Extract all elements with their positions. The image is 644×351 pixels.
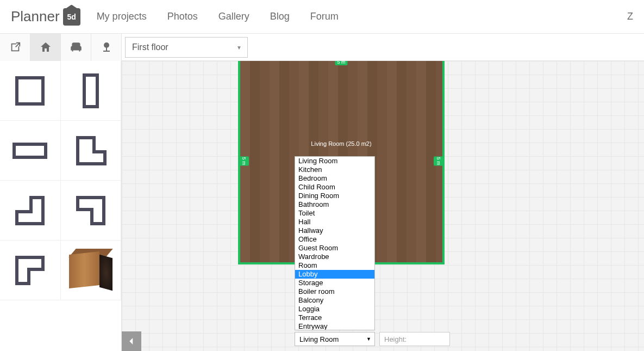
room-type-option[interactable]: Loggia xyxy=(295,305,374,313)
room-type-option[interactable]: Child Room xyxy=(295,183,374,192)
nav-photos[interactable]: Photos xyxy=(167,11,198,22)
room-type-option[interactable]: Guest Room xyxy=(295,244,374,253)
room-type-option[interactable]: Bathroom xyxy=(295,200,374,209)
room-type-option[interactable]: Dining Room xyxy=(295,192,374,200)
room-type-option[interactable]: Hallway xyxy=(295,226,374,235)
nav-blog[interactable]: Blog xyxy=(270,11,290,22)
svg-rect-2 xyxy=(103,51,110,52)
room-property-bar: Living Room Height: xyxy=(295,332,450,346)
tool-row: First floor xyxy=(0,34,644,61)
room-type-option[interactable]: Toilet xyxy=(295,209,374,218)
furniture-tool-button[interactable] xyxy=(61,34,91,61)
shape-wide-rect[interactable] xyxy=(0,121,61,181)
room-type-option[interactable]: Lobby xyxy=(295,270,374,279)
room-type-option[interactable]: Kitchen xyxy=(295,165,374,174)
plan-canvas[interactable]: 5 m 5 m 5 m Living Room (25.0 m2) Living… xyxy=(122,61,644,351)
logo-text: Planner xyxy=(11,8,60,25)
shape-l2[interactable] xyxy=(0,181,61,241)
shape-tall-rect[interactable] xyxy=(61,61,122,121)
logo-badge: 5d xyxy=(63,8,80,26)
svg-rect-5 xyxy=(14,144,46,157)
room-type-option[interactable]: Office xyxy=(295,235,374,244)
floor-select-value: First floor xyxy=(132,42,168,52)
room-type-dropdown[interactable]: Living RoomKitchenBedroomChild RoomDinin… xyxy=(295,156,375,330)
nav-links: My projects Photos Gallery Blog Forum xyxy=(97,11,339,22)
room-type-option[interactable]: Balcony xyxy=(295,296,374,305)
nav-forum[interactable]: Forum xyxy=(310,11,339,22)
room-type-select-value: Living Room xyxy=(299,335,339,343)
room-type-option[interactable]: Storage xyxy=(295,279,374,287)
svg-rect-4 xyxy=(84,75,97,107)
shape-square[interactable] xyxy=(0,61,61,121)
svg-rect-3 xyxy=(17,78,43,104)
nav-gallery[interactable]: Gallery xyxy=(218,11,249,22)
room-dim-right: 5 m xyxy=(434,156,443,165)
height-label: Height: xyxy=(384,335,407,343)
room-type-option[interactable]: Terrace xyxy=(295,313,374,322)
rooms-tool-button[interactable] xyxy=(30,34,61,61)
room-type-option[interactable]: Hall xyxy=(295,218,374,226)
room-type-select[interactable]: Living Room xyxy=(295,332,375,346)
room-label: Living Room (25.0 m2) xyxy=(240,140,442,147)
app-logo[interactable]: Planner 5d xyxy=(11,8,80,26)
nav-right[interactable]: Z xyxy=(627,11,633,22)
room-type-option[interactable]: Living Room xyxy=(295,157,374,165)
shape-l1[interactable] xyxy=(61,121,122,181)
top-nav: Planner 5d My projects Photos Gallery Bl… xyxy=(0,0,644,34)
shape-l3[interactable] xyxy=(61,181,122,241)
svg-point-0 xyxy=(104,42,109,48)
shape-palette xyxy=(0,61,122,351)
room-type-option[interactable]: Room xyxy=(295,261,374,270)
shape-textured-cube[interactable] xyxy=(61,241,122,300)
floor-select[interactable]: First floor xyxy=(125,37,248,58)
room-type-dropdown-list[interactable]: Living RoomKitchenBedroomChild RoomDinin… xyxy=(295,157,374,330)
room-type-option[interactable]: Bedroom xyxy=(295,174,374,183)
main-area: 5 m 5 m 5 m Living Room (25.0 m2) Living… xyxy=(0,61,644,351)
height-input[interactable]: Height: xyxy=(379,332,450,346)
tool-row-left xyxy=(0,34,122,60)
nav-my-projects[interactable]: My projects xyxy=(97,11,147,22)
cube-icon xyxy=(69,249,112,292)
room-type-option[interactable]: Wardrobe xyxy=(295,253,374,261)
export-button[interactable] xyxy=(0,34,30,61)
canvas-back-button[interactable] xyxy=(122,331,141,351)
room-type-option[interactable]: Entryway xyxy=(295,322,374,330)
exterior-tool-button[interactable] xyxy=(91,34,122,61)
shape-l4[interactable] xyxy=(0,241,61,300)
room-dim-left: 5 m xyxy=(239,156,249,165)
room-type-option[interactable]: Boiler room xyxy=(295,287,374,296)
room-dim-top: 5 m xyxy=(335,61,347,65)
